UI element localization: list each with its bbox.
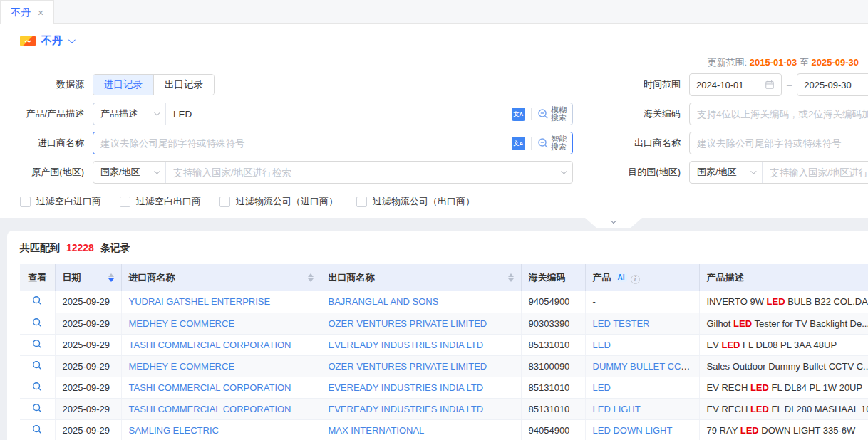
tab-bhutan[interactable]: 不丹 × [0, 0, 54, 24]
importer-input[interactable] [93, 132, 512, 154]
sort-icons[interactable] [508, 273, 514, 282]
exporter-cell[interactable]: OZER VENTURES PRIVATE LIMITED [321, 313, 521, 334]
checkbox-icon[interactable] [20, 197, 31, 207]
magnifier-icon [32, 424, 42, 434]
filter-logistics-importer[interactable]: 过滤物流公司（进口商） [219, 195, 338, 208]
exporter-cell[interactable]: BAJRANGLAL AND SONS [321, 291, 521, 313]
origin-country-input[interactable] [166, 162, 561, 183]
importer-cell[interactable]: TASHI COMMERCIAL CORPORATION [121, 398, 321, 419]
page-title: 不丹 [41, 34, 63, 48]
fuzzy-search-button[interactable]: 模糊搜索 [532, 103, 572, 125]
bhutan-flag-icon [20, 36, 36, 46]
exporter-cell[interactable]: EVEREADY INDUSTRIES INDIA LTD [321, 398, 521, 419]
hs-code-cell: 85131010 [521, 334, 585, 355]
chevron-down-icon [561, 168, 567, 174]
tab-bar: 不丹 × [0, 0, 868, 24]
exporter-cell[interactable]: EVEREADY INDUSTRIES INDIA LTD [321, 334, 521, 355]
search-form: 更新范围: 2015-01-03 至 2025-09-30 数据源 进口记录 出… [0, 55, 868, 218]
product-type-value: 产品描述 [100, 108, 138, 120]
date-cell: 2025-09-29 [55, 291, 121, 313]
table-row: 2025-09-29 SAMLING ELECTRIC MAX INTERNAT… [20, 419, 868, 440]
product-cell[interactable]: LED LIGHT [585, 398, 699, 419]
date-range-separator: – [787, 80, 792, 90]
product-cell[interactable]: LED [585, 377, 699, 398]
destination-input[interactable] [763, 162, 868, 183]
destination-type-select[interactable]: 国家/地区 [690, 162, 763, 183]
header-importer[interactable]: 进口商名称 [121, 264, 321, 291]
origin-country-group: 国家/地区 [93, 161, 573, 184]
view-record-button[interactable] [20, 355, 55, 377]
sort-icons[interactable] [308, 273, 314, 282]
filter-logistics-exporter[interactable]: 过滤物流公司（出口商） [356, 195, 475, 208]
date-cell: 2025-09-29 [55, 313, 121, 334]
count-suffix: 条记录 [100, 242, 130, 253]
smart-search-button[interactable]: 智能搜索 [532, 132, 572, 154]
importer-cell[interactable]: MEDHEY E COMMERCE [121, 355, 321, 377]
product-cell[interactable]: - [585, 291, 699, 313]
hs-code-cell: 94054900 [521, 419, 585, 440]
sort-icons[interactable] [108, 273, 114, 282]
product-cell[interactable]: LED [585, 334, 699, 355]
destination-type-value: 国家/地区 [697, 166, 737, 179]
close-icon[interactable]: × [38, 8, 43, 18]
magnifier-icon [32, 318, 42, 328]
checkbox-icon[interactable] [356, 197, 367, 207]
importer-cell[interactable]: TASHI COMMERCIAL CORPORATION [121, 334, 321, 355]
importer-cell[interactable]: YUDRAI GATSHEL ENTERPRISE [121, 291, 321, 313]
collapse-form-button[interactable] [585, 218, 642, 228]
checkbox-icon[interactable] [219, 197, 230, 207]
exporter-input[interactable] [689, 132, 868, 154]
importer-search-group: 文A 智能搜索 [93, 132, 573, 154]
panel-divider-strip [0, 218, 868, 231]
exporter-cell[interactable]: EVEREADY INDUSTRIES INDIA LTD [321, 377, 521, 398]
filter-label: 过滤物流公司（进口商） [236, 195, 338, 208]
header-exporter[interactable]: 出口商名称 [321, 264, 521, 291]
import-records-option[interactable]: 进口记录 [93, 75, 153, 95]
product-cell[interactable]: LED TESTER [585, 313, 699, 334]
product-type-select[interactable]: 产品描述 [93, 103, 166, 125]
importer-cell[interactable]: SAMLING ELECTRIC [121, 419, 321, 440]
origin-type-select[interactable]: 国家/地区 [93, 162, 166, 183]
importer-cell[interactable]: TASHI COMMERCIAL CORPORATION [121, 377, 321, 398]
description-cell: 79 RAY LED DOWN LIGHT 335-6W [699, 419, 868, 440]
date-to-input[interactable]: 2025-09-30 [797, 73, 868, 96]
header-description: 产品描述 [699, 264, 868, 291]
product-cell[interactable]: DUMMY BULLET CCTV... [585, 355, 699, 377]
count-prefix: 共匹配到 [20, 242, 60, 253]
filter-label: 过滤空白出口商 [136, 195, 201, 208]
table-row: 2025-09-29 TASHI COMMERCIAL CORPORATION … [20, 398, 868, 419]
header-date[interactable]: 日期 [55, 264, 121, 291]
checkbox-icon[interactable] [120, 197, 130, 207]
hs-code-input[interactable] [689, 103, 868, 125]
importer-cell[interactable]: MEDHEY E COMMERCE [121, 313, 321, 334]
view-record-button[interactable] [20, 291, 55, 313]
product-cell[interactable]: LED DOWN LIGHT [585, 419, 699, 440]
hs-code-label: 海关编码 [573, 108, 689, 120]
view-record-button[interactable] [20, 419, 55, 440]
product-input[interactable] [166, 103, 512, 125]
hs-code-cell: 85131010 [521, 398, 585, 419]
exporter-cell[interactable]: OZER VENTURES PRIVATE LIMITED [321, 355, 521, 377]
product-label: 产品/产品描述 [0, 108, 93, 120]
table-row: 2025-09-29 TASHI COMMERCIAL CORPORATION … [20, 377, 868, 398]
description-cell: EV RECH LED FL DL84 PL 1W 20UP [699, 377, 868, 398]
tab-title: 不丹 [11, 6, 31, 19]
filter-blank-exporter[interactable]: 过滤空白出口商 [120, 195, 201, 208]
export-records-option[interactable]: 出口记录 [153, 75, 214, 95]
hs-code-cell: 85131010 [521, 377, 585, 398]
date-from-input[interactable]: 2024-10-01 [689, 73, 782, 96]
translate-icon[interactable]: 文A [512, 108, 525, 121]
data-source-label: 数据源 [0, 78, 93, 91]
exporter-cell[interactable]: MAX INTERNATIONAL [321, 419, 521, 440]
destination-label: 目的国(地区) [573, 166, 689, 179]
filter-blank-importer[interactable]: 过滤空白进口商 [20, 195, 101, 208]
chevron-down-icon[interactable] [68, 36, 76, 43]
info-icon[interactable]: i [631, 275, 640, 284]
view-record-button[interactable] [20, 377, 55, 398]
smart-search-label: 智能搜索 [551, 135, 567, 152]
translate-icon[interactable]: 文A [512, 137, 525, 150]
view-record-button[interactable] [20, 398, 55, 419]
view-record-button[interactable] [20, 313, 55, 334]
view-record-button[interactable] [20, 334, 55, 355]
update-range: 更新范围: 2015-01-03 至 2025-09-30 [0, 55, 868, 73]
